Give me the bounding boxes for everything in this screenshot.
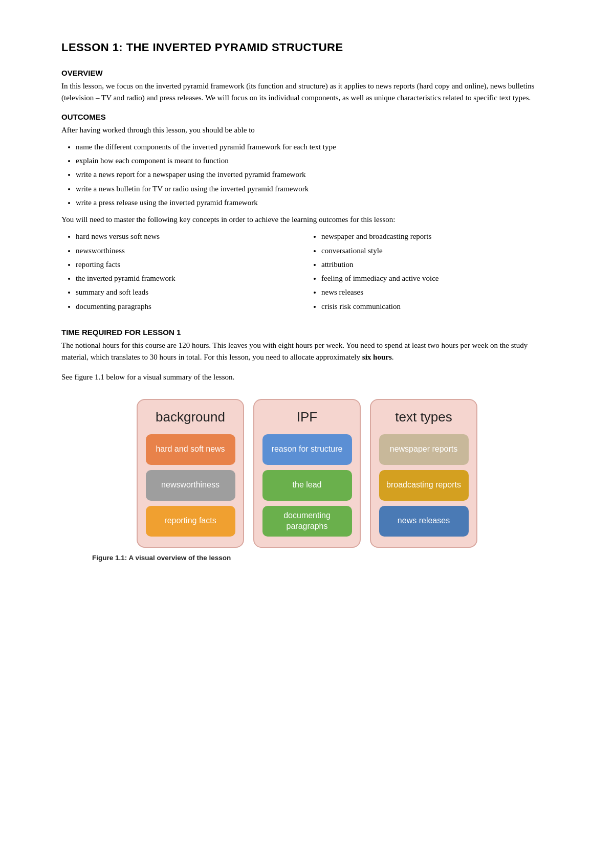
kc-left-2: newsworthiness <box>76 245 307 257</box>
kc-right-3: attribution <box>321 259 553 271</box>
time-body: The notional hours for this course are 1… <box>61 340 553 364</box>
diagram-column-text-types: text types newspaper reports broadcastin… <box>370 399 477 548</box>
outcomes-item-4: write a news bulletin for TV or radio us… <box>76 183 553 195</box>
outcomes-heading: OUTCOMES <box>61 113 553 121</box>
diagram-box-the-lead: the lead <box>262 470 352 501</box>
diagram-box-newspaper-reports: newspaper reports <box>379 434 469 465</box>
time-heading: TIME REQUIRED FOR LESSON 1 <box>61 328 553 337</box>
time-body-2: . <box>392 353 394 361</box>
key-concepts-left: hard news versus soft news newsworthines… <box>76 231 307 315</box>
key-concepts-lists: hard news versus soft news newsworthines… <box>61 231 553 320</box>
diagram-box-newsworthiness: newsworthiness <box>146 470 235 501</box>
figure-area: background hard and soft news newsworthi… <box>61 399 553 562</box>
figure-caption: Figure 1.1: A visual overview of the les… <box>61 554 553 562</box>
overview-heading: OVERVIEW <box>61 69 553 77</box>
kc-right-6: crisis risk communication <box>321 301 553 313</box>
diagram-box-hard-soft-news: hard and soft news <box>146 434 235 465</box>
col-title-ipf: IPF <box>297 409 317 425</box>
kc-left-3: reporting facts <box>76 259 307 271</box>
time-body-1: The notional hours for this course are 1… <box>61 341 528 361</box>
diagram-box-documenting-paragraphs: documenting paragraphs <box>262 506 352 537</box>
col-title-text-types: text types <box>395 409 452 425</box>
diagram-box-reason-for-structure: reason for structure <box>262 434 352 465</box>
outcomes-item-3: write a news report for a newspaper usin… <box>76 169 553 181</box>
kc-right-4: feeling of immediacy and active voice <box>321 273 553 284</box>
key-concepts-intro: You will need to master the following ke… <box>61 214 553 226</box>
col-title-background: background <box>156 409 225 425</box>
kc-left-4: the inverted pyramid framework <box>76 273 307 284</box>
outcomes-list: name the different components of the inv… <box>76 141 553 209</box>
kc-left-1: hard news versus soft news <box>76 231 307 242</box>
kc-right-1: newspaper and broadcasting reports <box>321 231 553 242</box>
diagram-box-reporting-facts: reporting facts <box>146 506 235 537</box>
kc-left-6: documenting paragraphs <box>76 301 307 313</box>
outcomes-intro: After having worked through this lesson,… <box>61 124 553 136</box>
page-title: LESSON 1: THE INVERTED PYRAMID STRUCTURE <box>61 41 553 54</box>
diagram-box-news-releases: news releases <box>379 506 469 537</box>
key-concepts-right: newspaper and broadcasting reports conve… <box>321 231 553 315</box>
diagram-column-background: background hard and soft news newsworthi… <box>137 399 244 548</box>
diagram: background hard and soft news newsworthi… <box>61 399 553 548</box>
figure-intro: See figure 1.1 below for a visual summar… <box>61 371 553 383</box>
outcomes-item-1: name the different components of the inv… <box>76 141 553 153</box>
diagram-column-ipf: IPF reason for structure the lead docume… <box>253 399 361 548</box>
kc-right-5: news releases <box>321 286 553 298</box>
kc-right-2: conversational style <box>321 245 553 257</box>
time-bold: six hours <box>362 353 392 361</box>
overview-body: In this lesson, we focus on the inverted… <box>61 80 553 104</box>
kc-left-5: summary and soft leads <box>76 286 307 298</box>
outcomes-item-5: write a press release using the inverted… <box>76 197 553 209</box>
outcomes-item-2: explain how each component is meant to f… <box>76 155 553 167</box>
diagram-box-broadcasting-reports: broadcasting reports <box>379 470 469 501</box>
